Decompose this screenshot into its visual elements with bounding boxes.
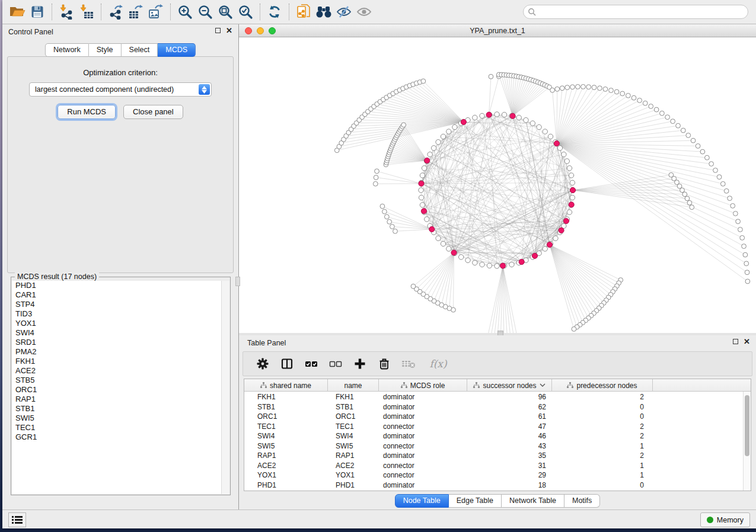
cell-predecessors[interactable]: 2 <box>552 393 644 401</box>
task-history-button[interactable] <box>8 512 26 527</box>
column-header-mcds-role[interactable]: MCDS role <box>379 379 467 392</box>
cell-shared-name[interactable]: SWI5 <box>257 442 275 450</box>
cell-name[interactable]: RAP1 <box>336 451 354 460</box>
cell-shared-name[interactable]: SWI4 <box>257 432 275 440</box>
cell-shared-name[interactable]: RAP1 <box>257 451 276 460</box>
cell-mcds-role[interactable]: dominator <box>383 432 414 440</box>
export-image-button[interactable] <box>147 2 165 21</box>
search-binoculars-button[interactable] <box>315 2 333 21</box>
zoom-selected-button[interactable] <box>237 2 254 21</box>
network-share-button[interactable] <box>295 2 312 21</box>
cell-mcds-role[interactable]: dominator <box>383 481 414 489</box>
cell-mcds-role[interactable]: dominator <box>383 403 414 411</box>
deselect-all-button[interactable] <box>328 356 343 371</box>
cell-name[interactable]: ORC1 <box>336 412 355 421</box>
tab-motifs[interactable]: Motifs <box>564 494 600 508</box>
cell-shared-name[interactable]: PHD1 <box>257 481 276 489</box>
mcds-result-item[interactable]: STB1 <box>12 404 221 414</box>
float-table-panel-icon[interactable] <box>733 339 738 344</box>
table-scrollbar[interactable] <box>743 392 751 491</box>
criterion-dropdown[interactable]: largest connected component (undirected) <box>29 82 212 97</box>
network-canvas[interactable] <box>239 37 756 333</box>
mcds-result-item[interactable]: STP4 <box>12 300 221 309</box>
mcds-result-item[interactable]: STB5 <box>12 376 221 385</box>
vertical-splitter-grip[interactable] <box>235 277 240 286</box>
cell-predecessors[interactable]: 2 <box>552 422 644 431</box>
function-builder-button[interactable]: f(x) <box>425 356 451 371</box>
close-panel-icon[interactable]: ✕ <box>226 28 232 33</box>
import-network-button[interactable] <box>58 2 75 21</box>
cell-predecessors[interactable]: 1 <box>552 462 644 470</box>
close-panel-button[interactable]: Close panel <box>123 105 183 119</box>
hide-graphics-details-button[interactable] <box>335 2 353 21</box>
import-table-button[interactable] <box>78 2 95 21</box>
delete-button[interactable] <box>377 356 392 371</box>
cell-name[interactable]: SWI5 <box>336 442 353 450</box>
cell-predecessors[interactable]: 0 <box>552 412 644 421</box>
scrollbar-thumb[interactable] <box>745 395 749 456</box>
cell-shared-name[interactable]: ORC1 <box>257 412 277 421</box>
tab-network[interactable]: Network <box>45 43 89 57</box>
show-columns-button[interactable] <box>279 356 295 371</box>
cell-mcds-role[interactable]: connector <box>383 442 414 450</box>
mcds-result-item[interactable]: SRD1 <box>12 338 221 347</box>
mcds-result-item[interactable]: CAR1 <box>12 290 221 300</box>
cell-mcds-role[interactable]: connector <box>383 422 414 431</box>
mcds-result-item[interactable]: TID3 <box>12 309 221 319</box>
cell-name[interactable]: FKH1 <box>336 393 354 401</box>
cell-name[interactable]: TEC1 <box>336 422 354 431</box>
table-row[interactable]: YOX1YOX1connector291 <box>244 470 743 480</box>
cell-shared-name[interactable]: TEC1 <box>257 422 276 431</box>
table-row[interactable]: STB1STB1dominator620 <box>244 402 743 412</box>
cell-successors[interactable]: 61 <box>467 412 546 421</box>
mcds-result-item[interactable]: RAP1 <box>12 395 221 404</box>
table-row[interactable]: FKH1FKH1dominator962 <box>244 392 743 402</box>
cell-predecessors[interactable]: 2 <box>552 432 644 440</box>
cell-shared-name[interactable]: ACE2 <box>257 462 276 470</box>
tab-select[interactable]: Select <box>122 43 158 57</box>
export-table-button[interactable] <box>127 2 145 21</box>
select-all-button[interactable] <box>304 356 319 371</box>
cell-predecessors[interactable]: 0 <box>552 403 644 411</box>
mcds-result-item[interactable]: ACE2 <box>12 366 221 376</box>
tab-network-table[interactable]: Network Table <box>502 494 564 508</box>
save-session-button[interactable] <box>28 2 46 21</box>
memory-button[interactable]: Memory <box>700 512 750 527</box>
mcds-result-item[interactable]: SWI4 <box>12 328 221 338</box>
cell-name[interactable]: YOX1 <box>336 471 355 479</box>
show-graphics-details-button[interactable] <box>355 2 373 21</box>
cell-successors[interactable]: 43 <box>467 442 546 450</box>
cell-successors[interactable]: 35 <box>467 451 546 460</box>
cell-name[interactable]: STB1 <box>336 403 353 411</box>
mcds-result-item[interactable]: GCR1 <box>12 432 221 442</box>
cell-name[interactable]: SWI4 <box>336 432 353 440</box>
column-header-predecessor-nodes[interactable]: predecessor nodes <box>552 379 653 392</box>
mcds-result-item[interactable]: FKH1 <box>12 357 221 366</box>
column-header-successor-nodes[interactable]: successor nodes <box>467 379 552 392</box>
float-panel-icon[interactable] <box>215 28 221 33</box>
mcds-result-item[interactable]: YOX1 <box>12 319 221 328</box>
mcds-list-scrollbar[interactable] <box>221 281 229 494</box>
zoom-out-button[interactable] <box>196 2 214 21</box>
table-options-button[interactable] <box>255 356 270 371</box>
add-button[interactable] <box>352 356 368 371</box>
search-input[interactable] <box>523 5 748 19</box>
cell-mcds-role[interactable]: connector <box>383 462 414 470</box>
mcds-result-item[interactable]: ORC1 <box>12 385 221 395</box>
cell-shared-name[interactable]: FKH1 <box>257 393 276 401</box>
column-header-shared-name[interactable]: shared name <box>244 379 328 392</box>
tab-mcds[interactable]: MCDS <box>158 43 196 57</box>
cell-successors[interactable]: 18 <box>467 481 546 489</box>
mcds-result-item[interactable]: PMA2 <box>12 347 221 357</box>
network-graph[interactable] <box>239 37 756 333</box>
refresh-button[interactable] <box>266 2 283 21</box>
cell-shared-name[interactable]: YOX1 <box>257 471 276 479</box>
tab-edge-table[interactable]: Edge Table <box>449 494 502 508</box>
cell-mcds-role[interactable]: dominator <box>383 451 414 460</box>
table-row[interactable]: ACE2ACE2connector311 <box>244 461 743 471</box>
close-table-panel-icon[interactable]: ✕ <box>744 339 750 344</box>
delete-table-button[interactable] <box>401 356 416 371</box>
table-row[interactable]: PHD1PHD1dominator180 <box>244 480 743 491</box>
export-network-button[interactable] <box>107 2 125 21</box>
zoom-in-button[interactable] <box>176 2 194 21</box>
